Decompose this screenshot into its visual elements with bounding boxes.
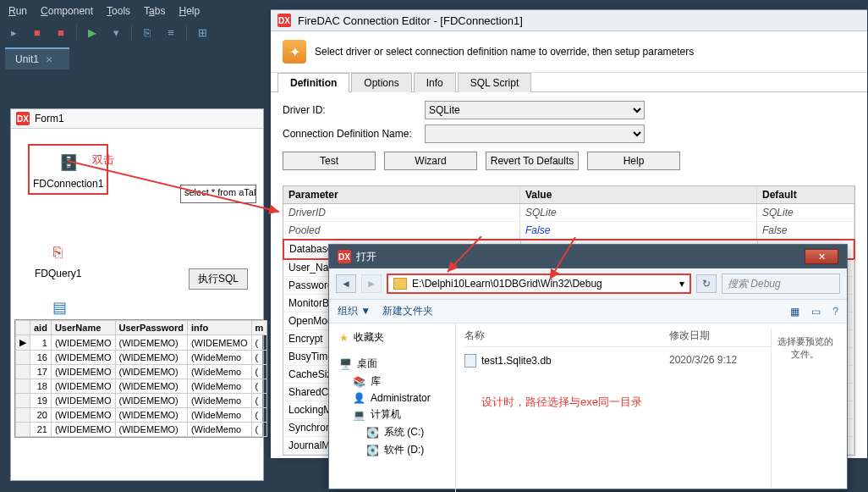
- desktop-icon: 🖥️: [339, 358, 352, 370]
- tab-sqlscript[interactable]: SQL Script: [458, 73, 532, 92]
- help-button[interactable]: Help: [587, 152, 680, 170]
- tree-drive-c[interactable]: 💽系统 (C:): [332, 423, 452, 441]
- comp-label: FDQuery1: [35, 268, 81, 279]
- separator: [186, 25, 187, 40]
- conn-form: Driver ID: SQLite Connection Definition …: [271, 92, 867, 179]
- sql-input[interactable]: select * from aTabl: [180, 185, 256, 203]
- tab-options[interactable]: Options: [351, 73, 411, 92]
- grid-col-header[interactable]: aid: [30, 321, 52, 335]
- fdconnection-component[interactable]: 🗄️ FDConnection1: [28, 144, 108, 195]
- conn-def-select[interactable]: [425, 124, 645, 143]
- grid-col-header[interactable]: UserPassword: [115, 321, 187, 335]
- param-col-header[interactable]: Parameter: [283, 186, 520, 203]
- user-icon: 👤: [353, 392, 365, 404]
- test-button[interactable]: Test: [283, 152, 376, 170]
- table-row[interactable]: 18(WIDEMEMO(WIDEMEMO)(WideMemo(: [16, 379, 267, 394]
- dialog-nav: ◄ ► E:\Delphi10Learn\01DBGrid\Win32\Debu…: [329, 268, 847, 300]
- library-icon: 📚: [353, 376, 365, 388]
- menu-component[interactable]: Component: [41, 5, 93, 17]
- file-open-dialog: DX 打开 ✕ ◄ ► E:\Delphi10Learn\01DBGrid\Wi…: [328, 244, 848, 489]
- toolbar-icon[interactable]: ≡: [162, 24, 179, 41]
- param-row[interactable]: DriverIDSQLiteSQLite: [283, 204, 854, 222]
- execute-sql-button[interactable]: 执行SQL: [189, 268, 248, 290]
- path-text: E:\Delphi10Learn\01DBGrid\Win32\Debug: [412, 278, 602, 290]
- folder-icon: [393, 278, 407, 290]
- dbgrid[interactable]: aid UserName UserPassword info m ▶1(WIDE…: [14, 319, 263, 438]
- conn-instruction: Select driver or select connection defin…: [315, 46, 694, 58]
- comp-label: FDConnection1: [33, 178, 103, 190]
- annotation-path: 设计时，路径选择与exe同一目录: [481, 395, 788, 410]
- param-col-header[interactable]: Default: [757, 186, 854, 203]
- new-folder-button[interactable]: 新建文件夹: [382, 304, 433, 318]
- organize-button[interactable]: 组织 ▼: [338, 304, 371, 318]
- grid-col-header[interactable]: info: [187, 321, 251, 335]
- dialog-toolbar: 组织 ▼ 新建文件夹 ▦ ▭ ?: [329, 300, 847, 323]
- dx-icon: DX: [277, 14, 291, 27]
- close-button[interactable]: ✕: [805, 249, 838, 264]
- menu-help[interactable]: Help: [179, 5, 200, 17]
- tree-computer[interactable]: 💻计算机: [332, 406, 452, 423]
- tree-favorites[interactable]: ★收藏夹: [332, 329, 452, 346]
- search-input[interactable]: 搜索 Debug: [722, 274, 840, 294]
- toolbar-icon[interactable]: ▸: [5, 24, 22, 41]
- param-col-header[interactable]: Value: [520, 186, 757, 203]
- preview-icon[interactable]: ▭: [811, 306, 821, 318]
- fdquery-component[interactable]: ⎘ FDQuery1: [35, 239, 81, 279]
- tree-desktop[interactable]: 🖥️桌面: [332, 355, 452, 373]
- wizard-button[interactable]: Wizard: [384, 152, 477, 170]
- toolbar-icon[interactable]: ■: [29, 24, 46, 41]
- toolbar-icon[interactable]: ⊞: [194, 24, 211, 41]
- tab-label: Unit1: [15, 53, 39, 65]
- grid-col-header[interactable]: m: [251, 321, 267, 335]
- table-row[interactable]: 20(WIDEMEMO(WIDEMEMO)(WideMemo(: [16, 408, 267, 423]
- conn-title-bar: DX FireDAC Connection Editor - [FDConnec…: [271, 10, 867, 31]
- table-row[interactable]: 16(WIDEMEMO(WIDEMEMO)(WideMemo(: [16, 351, 267, 365]
- toolbar-icon[interactable]: ■: [52, 24, 69, 41]
- file-col-name[interactable]: 名称: [464, 329, 669, 343]
- tree-admin[interactable]: 👤Administrator: [332, 390, 452, 406]
- datasource-icon: ▤: [42, 294, 76, 321]
- grid-indicator-col: [16, 321, 30, 335]
- menu-tools[interactable]: Tools: [107, 5, 130, 17]
- help-icon[interactable]: ?: [832, 306, 838, 318]
- folder-tree[interactable]: ★收藏夹 🖥️桌面 📚库 👤Administrator 💻计算机 💽系统 (C:…: [329, 323, 456, 492]
- query-icon: ⎘: [41, 239, 75, 266]
- file-row[interactable]: test1.Sqlite3.db 2020/3/26 9:12: [464, 352, 771, 369]
- menu-run[interactable]: Run: [8, 5, 27, 17]
- param-row[interactable]: PooledFalseFalse: [283, 222, 854, 240]
- table-row[interactable]: 19(WIDEMEMO(WIDEMEMO)(WideMemo(: [16, 394, 267, 408]
- menu-tabs[interactable]: Tabs: [144, 5, 165, 17]
- run-icon[interactable]: ▶: [84, 24, 101, 41]
- file-name: test1.Sqlite3.db: [481, 355, 552, 367]
- path-input[interactable]: E:\Delphi10Learn\01DBGrid\Win32\Debug ▾: [387, 274, 691, 294]
- table-row[interactable]: 21(WIDEMEMO(WIDEMEMO)(WideMemo(: [16, 423, 267, 437]
- tree-drive-d[interactable]: 💽软件 (D:): [332, 441, 452, 459]
- revert-button[interactable]: Revert To Defaults: [486, 152, 579, 170]
- close-icon[interactable]: ✕: [46, 55, 52, 64]
- nav-forward-button[interactable]: ►: [361, 274, 382, 293]
- dialog-title: 打开: [356, 250, 376, 264]
- driver-id-select[interactable]: SQLite: [425, 101, 645, 119]
- file-date: 2020/3/26 9:12: [669, 354, 771, 368]
- grid-col-header[interactable]: UserName: [51, 321, 115, 335]
- drive-icon: 💽: [366, 427, 379, 439]
- nav-back-button[interactable]: ◄: [336, 274, 356, 293]
- driver-id-label: Driver ID:: [283, 104, 418, 116]
- form-title: Form1: [35, 113, 64, 124]
- tab-definition[interactable]: Definition: [277, 73, 349, 92]
- tab-unit1[interactable]: Unit1 ✕: [5, 47, 69, 69]
- wizard-icon: ✦: [283, 40, 306, 64]
- refresh-button[interactable]: ↻: [696, 274, 717, 293]
- table-row[interactable]: ▶1(WIDEMEMO(WIDEMEMO)(WIDEMEMO(: [16, 335, 267, 351]
- tab-info[interactable]: Info: [414, 73, 456, 92]
- view-icon[interactable]: ▦: [790, 306, 799, 318]
- separator: [131, 25, 132, 40]
- chevron-down-icon[interactable]: ▾: [107, 24, 124, 41]
- table-row[interactable]: 17(WIDEMEMO(WIDEMEMO)(WideMemo(: [16, 365, 267, 379]
- file-list[interactable]: 名称 修改日期 test1.Sqlite3.db 2020/3/26 9:12 …: [456, 323, 847, 492]
- tree-library[interactable]: 📚库: [332, 373, 452, 390]
- file-col-date[interactable]: 修改日期: [669, 329, 771, 343]
- form-designer: DX Form1 🗄️ FDConnection1 双击 select * fr…: [10, 108, 264, 481]
- toolbar-icon[interactable]: ⎘: [139, 24, 156, 41]
- form-title-bar: DX Form1: [11, 109, 263, 129]
